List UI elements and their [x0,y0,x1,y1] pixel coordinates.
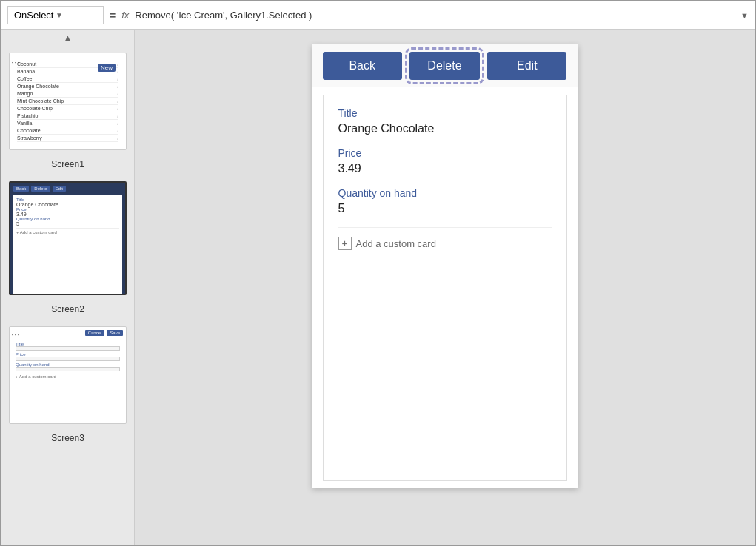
event-select[interactable]: OnSelect ▼ [7,6,104,24]
list-item: Pistachio› [17,112,118,120]
thumb3-cancel-btn: Cancel [85,330,105,336]
fx-label: fx [121,10,129,21]
list-item: Vanilla› [17,120,118,127]
title-value: Orange Chocolate [338,122,552,135]
list-item: Chocolate Chip› [17,105,118,112]
detail-card: Title Orange Chocolate Price 3.49 Quanti… [323,95,567,481]
screen2-dots-icon[interactable]: ··· [12,186,21,195]
thumb2-qty-value: 5 [16,221,119,226]
thumb3-form: Title Price Quantity on hand + Add a cus… [10,339,126,380]
equals-symbol: = [110,10,116,21]
thumb2-add-card: + Add a custom card [16,228,119,235]
thumb2-delete-btn: Delete [31,186,50,192]
list-item: Chocolate› [17,127,118,135]
quantity-label: Quantity on hand [338,187,552,199]
canvas-area: Back Delete Edit Title Orange Chocolate … [135,30,755,546]
sidebar: ▲ ··· New Coconut› Banana› Coffee› Orang… [1,30,135,546]
price-value: 3.49 [338,162,552,175]
screen1-thumbnail[interactable]: ··· New Coconut› Banana› Coffee› Orange … [9,53,127,150]
back-button[interactable]: Back [323,52,402,80]
thumb3-save-btn: Save [107,330,123,336]
screen2-label: Screen2 [1,304,134,314]
screen1-label: Screen1 [1,159,134,169]
event-select-label: OnSelect [14,10,56,21]
screen3-dots-icon[interactable]: ··· [11,330,20,339]
formula-input[interactable]: Remove( 'Ice Cream', Gallery1.Selected ) [135,10,735,21]
list-item: Coffee› [17,75,118,83]
thumb2-wrapper: Back Delete Edit Title Orange Chocolate … [10,183,125,294]
edit-button[interactable]: Edit [487,52,566,80]
screen3-thumbnail[interactable]: ··· Cancel Save Title Price Q [9,326,127,424]
add-custom-card-label: Add a custom card [356,238,436,249]
thumb3-buttons: Cancel Save [10,327,126,339]
scroll-up-button[interactable]: ▲ [1,30,134,47]
main-layout: ▲ ··· New Coconut› Banana› Coffee› Orang… [1,30,755,546]
thumb3-price-field: Price [16,352,120,361]
canvas-screen: Back Delete Edit Title Orange Chocolate … [312,44,578,488]
plus-icon: + [338,237,352,250]
select-arrow-icon: ▼ [56,11,97,19]
thumb2-buttons: Back Delete Edit [10,183,125,195]
thumb3-wrapper: Cancel Save Title Price Quantity on hand [10,327,126,423]
screen2-thumbnail[interactable]: ··· Back Delete Edit Title Orange Chocol… [9,181,127,295]
list-item: Mango› [17,90,118,98]
formula-bar: OnSelect ▼ = fx Remove( 'Ice Cream', Gal… [1,1,755,30]
thumb2-price-value: 3.49 [16,212,119,217]
thumb2-edit-btn: Edit [53,186,66,192]
list-item: Mint Chocolate Chip› [17,98,118,105]
price-label: Price [338,147,552,159]
delete-button[interactable]: Delete [409,52,480,80]
quantity-value: 5 [338,202,552,215]
thumb3-title-field: Title [16,342,120,351]
formula-end-arrow-icon: ▼ [740,11,749,20]
thumb2-card: Title Orange Chocolate Price 3.49 Quanti… [13,195,122,294]
add-custom-card-button[interactable]: + Add a custom card [338,227,552,250]
thumb3-qty-field: Quantity on hand [16,363,120,371]
list-item: Strawberry› [17,135,118,142]
thumb2-title-value: Orange Chocolate [16,202,119,207]
list-item: Orange Chocolate› [17,83,118,90]
title-label: Title [338,107,552,119]
canvas-buttons: Back Delete Edit [312,44,578,87]
screen3-label: Screen3 [1,433,134,443]
thumb1-new-button: New [98,64,116,72]
thumb3-add-card: + Add a custom card [16,374,120,379]
